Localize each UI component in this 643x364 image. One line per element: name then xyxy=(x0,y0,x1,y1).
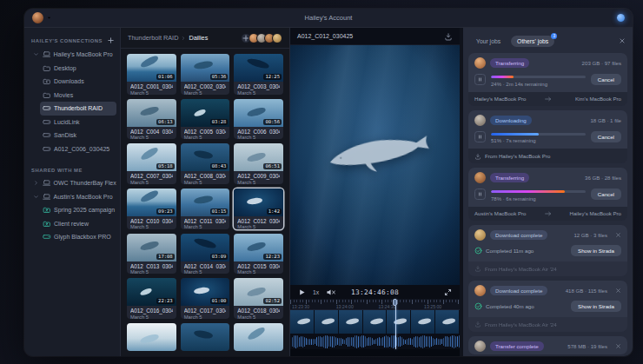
tab-others-jobs[interactable]: Others' jobs3 xyxy=(511,36,554,47)
sidebar-item-owc-thunderbay-flex[interactable]: OWC ThunderBay Flex xyxy=(30,176,116,190)
breadcrumb-parent[interactable]: Thunderbolt RAID xyxy=(128,34,178,42)
clip-tile[interactable]: 12:23A012_C015_030425March 5 xyxy=(234,234,283,275)
clip-tile[interactable]: 22:23A012_C016_030425March 5 xyxy=(127,278,176,319)
close-icon[interactable] xyxy=(619,37,626,44)
sidebar-item-hailey-s-macbook-pro[interactable]: Hailey's MacBook Pro xyxy=(30,48,116,62)
sidebar-item-lucidlink[interactable]: LucidLink xyxy=(40,116,116,129)
sidebar-item-thunderbolt-raid[interactable]: Thunderbolt RAID xyxy=(40,102,116,116)
chevron-down-icon xyxy=(33,51,39,57)
tab-your-jobs[interactable]: Your jobs xyxy=(470,36,507,47)
clip-meta: A012_C015_030425March 5 xyxy=(234,261,283,275)
clip-tile[interactable]: 17:08A012_C013_030425March 5 xyxy=(127,234,176,275)
timeline[interactable]: 13:23:3013:24:0013:24:3013:25:00 xyxy=(290,299,460,349)
cancel-button[interactable]: Cancel xyxy=(591,131,621,142)
filmstrip-frame xyxy=(411,310,435,334)
cancel-button[interactable]: Cancel xyxy=(591,74,621,85)
play-button[interactable] xyxy=(298,288,306,296)
collaborator-avatar[interactable] xyxy=(272,33,282,43)
clip-tile[interactable]: 00:56A012_C006_030425March 5 xyxy=(234,99,283,140)
sidebar-section-label: HAILEY'S CONNECTIONS xyxy=(31,38,103,43)
clip-thumbnail: 01:15 xyxy=(181,189,230,216)
clip-tile[interactable] xyxy=(181,323,230,351)
player-clip-name: A012_C012_030425 xyxy=(297,33,353,39)
job-card-header: Download complete418 GB · 115 files xyxy=(468,281,627,299)
pause-button[interactable] xyxy=(474,189,486,200)
clip-tile[interactable]: 02:52A012_C018_030425March 5 xyxy=(234,278,283,319)
cancel-button[interactable]: Cancel xyxy=(591,189,621,200)
playhead[interactable] xyxy=(395,299,396,349)
fullscreen-icon[interactable] xyxy=(444,288,452,296)
clip-tile[interactable]: 08:43A012_C008_030425March 5 xyxy=(181,143,230,184)
job-card-header: Downloading18 GB · 1 file xyxy=(468,110,627,129)
clip-tile[interactable]: 01:15A012_C011_030425March 5 xyxy=(181,189,230,229)
download-icon[interactable] xyxy=(444,32,453,41)
sidebar-item-desktop[interactable]: Desktop xyxy=(40,62,116,76)
collaborator-avatars[interactable] xyxy=(241,33,282,43)
clip-tile[interactable]: 05:18A012_C007_030425March 5 xyxy=(127,143,176,184)
show-in-strada-button[interactable]: Show in Strada xyxy=(571,301,621,312)
pause-button[interactable] xyxy=(474,131,486,142)
job-card: Download complete12 GB · 3 filesComplete… xyxy=(468,225,627,276)
sidebar-section-header: HAILEY'S CONNECTIONS xyxy=(31,36,115,44)
show-in-strada-button[interactable]: Show in Strada xyxy=(571,245,621,256)
job-size-files: 18 GB · 1 file xyxy=(590,117,621,123)
sidebar-item-spring-2025-campaign[interactable]: Spring 2025 campaign xyxy=(40,203,116,217)
sidebar-item-label: Spring 2025 campaign xyxy=(54,207,115,213)
playback-speed[interactable]: 1x xyxy=(313,289,319,295)
account-menu[interactable] xyxy=(32,12,52,23)
pause-button[interactable] xyxy=(474,74,486,85)
audio-waveform[interactable] xyxy=(290,334,460,349)
dismiss-button[interactable] xyxy=(615,232,621,238)
add-connection-button[interactable] xyxy=(107,36,115,44)
filmstrip[interactable] xyxy=(290,310,460,334)
status-badge: Download complete xyxy=(490,286,547,295)
clip-tile[interactable] xyxy=(234,323,283,351)
folder-shared-icon xyxy=(43,220,51,228)
job-size-files: 36 GB · 28 files xyxy=(585,175,621,181)
clip-tile[interactable]: 01:00A012_C017_030425March 5 xyxy=(181,278,230,319)
sidebar-item-sandisk[interactable]: SanDisk xyxy=(40,129,116,142)
arrow-right-icon xyxy=(544,96,552,102)
sidebar-item-a012-c006-030425[interactable]: A012_C006_030425 xyxy=(40,142,116,156)
clip-tile[interactable]: 1:42A012_C012_030425March 5 xyxy=(234,189,283,229)
mute-icon[interactable] xyxy=(326,288,336,296)
clip-tile[interactable]: 03:28A012_C005_030425March 5 xyxy=(181,99,230,140)
clip-name: A012_C015_030425 xyxy=(237,263,280,270)
sidebar-item-glyph-blackbox-pro[interactable]: Glyph Blackbox PRO xyxy=(40,230,116,244)
duration-badge: 00:56 xyxy=(263,119,282,125)
clip-thumbnail: 03:09 xyxy=(181,234,230,261)
clip-tile[interactable]: 09:23A012_C010_030425March 5 xyxy=(127,189,176,229)
duration-badge: 06:51 xyxy=(263,163,282,169)
playhead-handle[interactable] xyxy=(393,299,397,306)
clip-tile[interactable]: 12:25A012_C003_030425March 5 xyxy=(234,54,283,95)
sidebar-item-movies[interactable]: Movies xyxy=(40,89,116,103)
job-completed-row: Completed 11m agoShow in Strada xyxy=(468,243,627,261)
clip-tile[interactable]: 06:51A012_C009_030425March 5 xyxy=(234,143,283,184)
clip-thumbnail xyxy=(234,323,283,351)
job-size-files: 578 MB · 19 files xyxy=(567,343,607,349)
clip-tile[interactable]: 03:09A012_C014_030425March 5 xyxy=(181,234,230,275)
sidebar-item-downloads[interactable]: Downloads xyxy=(40,75,116,89)
notification-dot[interactable] xyxy=(617,14,625,22)
clip-name: A012_C005_030425 xyxy=(184,129,227,136)
sidebar-item-austin-s-macbook-pro[interactable]: Austin's MacBook Pro xyxy=(30,190,116,204)
timeline-ruler[interactable]: 13:23:3013:24:0013:24:3013:25:00 xyxy=(290,299,460,310)
jobs-panel: Your jobsOthers' jobs3 Transferring203 G… xyxy=(463,28,633,356)
clip-meta: A012_C008_030425March 5 xyxy=(181,171,230,184)
route-from: Hailey's MacBook Pro xyxy=(474,96,526,102)
clip-tile[interactable]: 01:06A012_C001_030425March 5 xyxy=(127,54,176,95)
status-badge: Download complete xyxy=(490,230,547,240)
clip-thumbnail: 12:23 xyxy=(234,234,283,261)
tab-label: Your jobs xyxy=(476,38,500,44)
drive-icon xyxy=(43,145,51,153)
sidebar-item-client-review[interactable]: Client review xyxy=(40,217,116,231)
dismiss-button[interactable] xyxy=(615,288,621,294)
job-detail: 78% · 6s remaining xyxy=(491,196,586,202)
clip-tile[interactable] xyxy=(127,323,176,351)
duration-badge: 03:28 xyxy=(210,119,229,125)
clip-tile[interactable]: 06:13A012_C004_030425March 5 xyxy=(127,99,176,140)
clip-tile[interactable]: 05:36A012_C002_030425March 5 xyxy=(181,54,230,95)
video-viewport[interactable] xyxy=(290,45,460,285)
sidebar-item-label: OWC ThunderBay Flex xyxy=(54,180,116,186)
dismiss-button[interactable] xyxy=(615,343,621,349)
